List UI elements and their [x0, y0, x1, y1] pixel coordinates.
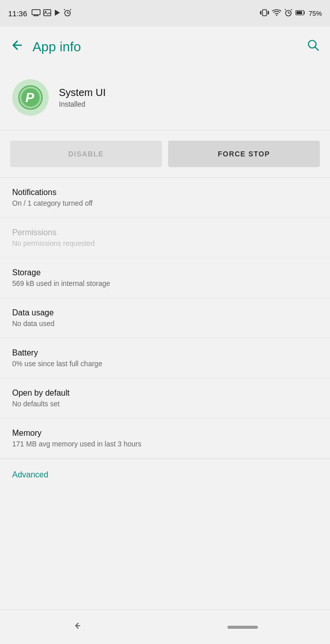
advanced-label[interactable]: Advanced: [12, 470, 48, 479]
app-status: Installed: [59, 100, 106, 108]
storage-item[interactable]: Storage 569 kB used in internal storage: [0, 258, 330, 298]
svg-line-11: [70, 9, 71, 10]
svg-marker-6: [55, 10, 60, 16]
disable-button[interactable]: DISABLE: [10, 141, 162, 167]
app-info-text: System UI Installed: [59, 87, 106, 108]
nav-bar: [0, 609, 330, 644]
svg-rect-0: [32, 10, 40, 15]
vibrate-icon: [260, 9, 269, 18]
play-icon: [54, 9, 61, 18]
svg-line-21: [291, 9, 292, 10]
nav-home-pill[interactable]: [227, 626, 258, 629]
open-by-default-title: Open by default: [12, 389, 318, 398]
status-bar: 11:36: [0, 0, 330, 26]
memory-title: Memory: [12, 429, 318, 438]
status-time: 11:36: [8, 9, 27, 18]
battery-subtitle: 0% use since last full charge: [12, 360, 318, 368]
app-bar-left: App info: [10, 39, 81, 55]
nav-back-button[interactable]: [73, 621, 83, 633]
app-bar: App info: [0, 26, 330, 67]
screen-icon: [31, 9, 41, 18]
memory-subtitle: 171 MB avg memory used in last 3 hours: [12, 440, 318, 448]
search-icon[interactable]: [307, 39, 320, 55]
force-stop-button[interactable]: FORCE STOP: [168, 141, 320, 167]
memory-item[interactable]: Memory 171 MB avg memory used in last 3 …: [0, 418, 330, 459]
battery-title: Battery: [12, 348, 318, 358]
data-usage-item[interactable]: Data usage No data used: [0, 298, 330, 338]
svg-line-26: [315, 47, 319, 51]
battery-icon: [295, 10, 306, 17]
data-usage-title: Data usage: [12, 308, 318, 317]
back-button[interactable]: [10, 39, 24, 54]
open-by-default-subtitle: No defaults set: [12, 400, 318, 408]
storage-subtitle: 569 kB used in internal storage: [12, 279, 318, 287]
app-icon: P: [12, 79, 49, 116]
permissions-title: Permissions: [12, 228, 318, 237]
battery-percentage: 75%: [309, 10, 322, 17]
buttons-row: DISABLE FORCE STOP: [0, 131, 330, 178]
settings-list: Notifications On / 1 category turned off…: [0, 178, 330, 459]
notifications-title: Notifications: [12, 188, 318, 197]
status-left: 11:36: [8, 9, 72, 18]
notifications-subtitle: On / 1 category turned off: [12, 199, 318, 207]
notifications-item[interactable]: Notifications On / 1 category turned off: [0, 178, 330, 218]
svg-rect-4: [44, 10, 51, 16]
status-icons: [31, 9, 72, 18]
wifi-icon: [272, 9, 281, 18]
page-title: App info: [32, 39, 81, 55]
storage-title: Storage: [12, 268, 318, 277]
open-by-default-item[interactable]: Open by default No defaults set: [0, 378, 330, 418]
svg-text:P: P: [25, 90, 35, 105]
app-info-card: P System UI Installed: [0, 67, 330, 131]
advanced-section[interactable]: Advanced: [0, 459, 330, 491]
permissions-item: Permissions No permissions requested: [0, 218, 330, 258]
status-right: 75%: [260, 9, 322, 18]
svg-rect-12: [262, 10, 267, 16]
svg-rect-23: [296, 11, 302, 14]
battery-item[interactable]: Battery 0% use since last full charge: [0, 338, 330, 378]
app-name: System UI: [59, 87, 106, 99]
data-usage-subtitle: No data used: [12, 319, 318, 328]
svg-line-20: [285, 9, 286, 10]
image-icon: [43, 9, 51, 18]
alarm-icon: [63, 9, 72, 18]
permissions-subtitle: No permissions requested: [12, 239, 318, 247]
svg-line-10: [64, 9, 65, 10]
clock-icon: [284, 9, 292, 18]
app-icon-inner: P: [18, 85, 43, 110]
